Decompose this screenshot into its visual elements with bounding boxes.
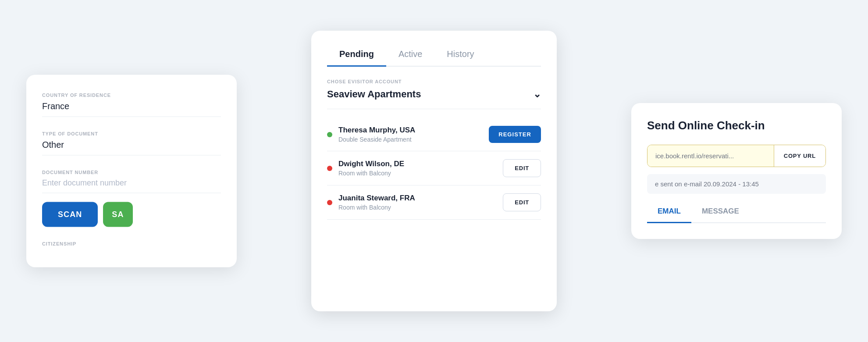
guest-room: Double Seaside Apartment [338,136,415,143]
send-tab-message[interactable]: MESSAGE [691,203,750,223]
doc-number-placeholder[interactable]: Enter document number [42,178,221,193]
sent-info: e sent on e-mail 20.09.2024 - 13:45 [647,174,826,194]
guest-room: Room with Balcony [338,170,404,177]
doc-type-label: TYPE OF DOCUMENT [42,131,221,136]
guest-details: Dwight Wilson, DE Room with Balcony [338,160,404,177]
guest-list: Theresa Murphy, USA Double Seaside Apart… [327,118,541,220]
guest-name: Theresa Murphy, USA [338,126,415,135]
scan-button[interactable]: SCAN [42,202,98,227]
guest-info: Theresa Murphy, USA Double Seaside Apart… [327,126,415,143]
account-selector[interactable]: Seaview Apartments ⌄ [327,89,541,109]
send-tab-email[interactable]: EMAIL [647,203,691,223]
country-field-group: COUNTRY OF RESIDENCE France [42,93,221,117]
scan-row: SCAN SA [42,200,221,227]
doc-number-field-group: DOCUMENT NUMBER Enter document number SC… [42,170,221,227]
status-dot [327,132,332,137]
doc-type-field-group: TYPE OF DOCUMENT Other [42,131,221,156]
url-row: ice.book.rentl.io/reservati... COPY URL [647,145,826,167]
tab-pending[interactable]: Pending [327,45,386,67]
guest-row: Dwight Wilson, DE Room with Balcony EDIT [327,151,541,185]
guest-name: Dwight Wilson, DE [338,160,404,168]
guest-details: Juanita Steward, FRA Room with Balcony [338,194,415,211]
chevron-down-icon: ⌄ [533,89,541,100]
status-dot [327,166,332,171]
url-text: ice.book.rentl.io/reservati... [647,145,774,167]
scene: COUNTRY OF RESIDENCE France TYPE OF DOCU… [0,0,868,342]
guest-action-button[interactable]: REGISTER [489,126,541,143]
tab-history[interactable]: History [434,45,486,67]
guest-info: Dwight Wilson, DE Room with Balcony [327,160,404,177]
save-button[interactable]: SA [103,202,132,227]
copy-url-button[interactable]: COPY URL [774,145,825,167]
guest-room: Room with Balcony [338,204,415,211]
send-tab-bar: EMAIL MESSAGE [647,203,826,223]
left-card: COUNTRY OF RESIDENCE France TYPE OF DOCU… [26,75,237,267]
guest-row: Juanita Steward, FRA Room with Balcony E… [327,185,541,220]
guest-details: Theresa Murphy, USA Double Seaside Apart… [338,126,415,143]
guest-info: Juanita Steward, FRA Room with Balcony [327,194,415,211]
right-card: Send Online Check-in ice.book.rentl.io/r… [631,103,842,239]
right-card-title: Send Online Check-in [647,119,826,132]
guest-name: Juanita Steward, FRA [338,194,415,203]
guest-row: Theresa Murphy, USA Double Seaside Apart… [327,118,541,151]
doc-type-value: Other [42,140,221,156]
status-dot [327,200,332,205]
doc-number-label: DOCUMENT NUMBER [42,170,221,175]
account-section-label: CHOSE EVISITOR ACCOUNT [327,79,541,84]
country-label: COUNTRY OF RESIDENCE [42,93,221,98]
account-name: Seaview Apartments [327,89,421,100]
tab-bar: Pending Active History [327,45,541,67]
tab-active[interactable]: Active [386,45,434,67]
country-value: France [42,101,221,117]
center-card: Pending Active History CHOSE EVISITOR AC… [311,31,557,311]
citizenship-label: CITIZENSHIP [42,241,221,246]
guest-action-button[interactable]: EDIT [503,193,541,211]
guest-action-button[interactable]: EDIT [503,159,541,177]
